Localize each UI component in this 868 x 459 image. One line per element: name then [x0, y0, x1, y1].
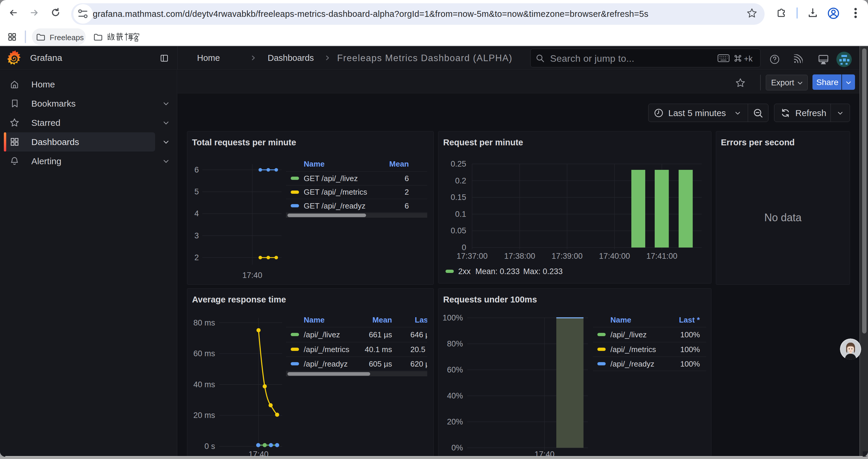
svg-text:17:40: 17:40 [242, 271, 262, 280]
svg-text:60%: 60% [447, 365, 463, 374]
svg-text:0.05: 0.05 [451, 226, 466, 235]
svg-text:80 ms: 80 ms [193, 319, 215, 327]
svg-text:0: 0 [462, 243, 466, 252]
svg-text:0.15: 0.15 [451, 193, 466, 202]
svg-text:6: 6 [194, 165, 199, 174]
svg-text:17:41:00: 17:41:00 [646, 252, 677, 261]
svg-text:40%: 40% [447, 391, 463, 400]
svg-text:60 ms: 60 ms [193, 349, 215, 358]
svg-text:17:38:00: 17:38:00 [504, 252, 535, 261]
svg-text:20%: 20% [447, 417, 463, 426]
svg-text:2xx: 2xx [458, 267, 471, 276]
svg-text:17:40:00: 17:40:00 [599, 252, 630, 261]
svg-text:0.1: 0.1 [455, 210, 466, 219]
svg-text:2: 2 [194, 253, 199, 262]
svg-text:17:39:00: 17:39:00 [552, 252, 583, 261]
svg-text:Max: 0.233: Max: 0.233 [523, 267, 563, 276]
svg-text:4: 4 [194, 209, 199, 218]
svg-text:20 ms: 20 ms [193, 411, 215, 420]
svg-text:3: 3 [194, 231, 199, 240]
svg-text:40 ms: 40 ms [193, 380, 215, 389]
svg-text:0.2: 0.2 [455, 176, 466, 185]
svg-text:5: 5 [194, 187, 199, 196]
svg-text:17:40: 17:40 [248, 450, 269, 457]
svg-text:0.25: 0.25 [451, 160, 466, 168]
svg-text:0 s: 0 s [205, 442, 215, 451]
svg-text:17:37:00: 17:37:00 [457, 252, 488, 261]
svg-text:100%: 100% [442, 314, 463, 322]
svg-text:80%: 80% [447, 339, 463, 348]
svg-text:17:40: 17:40 [534, 450, 555, 457]
svg-text:Mean: 0.233: Mean: 0.233 [475, 267, 520, 276]
svg-text:0%: 0% [452, 444, 463, 452]
